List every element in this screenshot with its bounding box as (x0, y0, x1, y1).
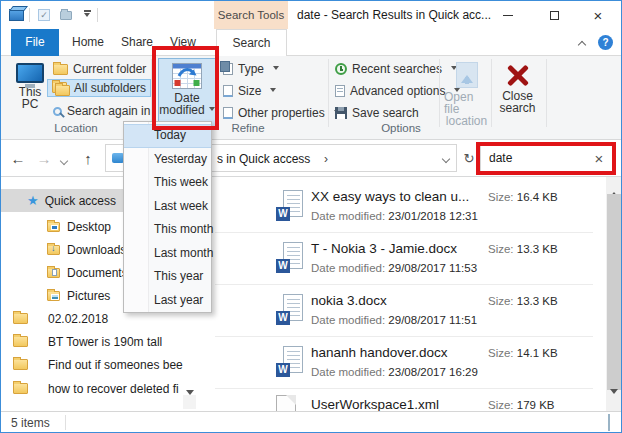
date-modified-button[interactable]: Date modified (158, 58, 216, 130)
quick-access-star-icon (27, 194, 39, 207)
search-again-button[interactable]: Search again in (53, 102, 165, 120)
refresh-icon[interactable]: ↻ (459, 144, 479, 172)
close-button[interactable]: × (575, 1, 621, 29)
chevron-down-icon (84, 10, 91, 20)
type-filter-button[interactable]: Type (223, 60, 279, 78)
sidebar-item-folder[interactable]: BT Tower is 190m tall (1, 330, 197, 353)
scrollbar-thumb[interactable] (607, 194, 621, 390)
word-document-icon (276, 242, 303, 273)
open-file-location-icon (456, 62, 478, 88)
file-row[interactable]: nokia 3.docx Size: 13.3 KB Date modified… (201, 285, 601, 337)
close-search-button[interactable]: Close search (494, 58, 541, 130)
file-row[interactable]: T - Nokia 3 - Jamie.docx Size: 13.3 KB D… (201, 233, 601, 285)
separator (29, 8, 30, 22)
this-pc-button[interactable]: This PC (9, 58, 51, 130)
status-bar: 5 items (1, 411, 621, 432)
up-button[interactable]: ↑ (77, 146, 99, 170)
breadcrumb-chevron[interactable]: › (324, 152, 328, 166)
other-properties-button[interactable]: Other properties (223, 104, 340, 122)
separator (151, 59, 152, 127)
search-box[interactable]: × (480, 144, 613, 172)
file-list: XX easy ways to clean u... Size: 16.4 KB… (201, 177, 606, 411)
computer-icon (16, 63, 44, 83)
file-row[interactable]: XX easy ways to clean u... Size: 16.4 KB… (201, 181, 601, 233)
size-filter-button[interactable]: Size (223, 82, 276, 100)
menu-item-yesterday[interactable]: Yesterday (124, 148, 211, 172)
documents-folder-icon (47, 268, 60, 278)
breadcrumb-text[interactable]: s in Quick access (217, 152, 310, 166)
address-dropdown-icon[interactable] (442, 155, 450, 163)
maximize-button[interactable] (531, 1, 577, 29)
file-row[interactable]: hananh handover.docx Size: 14.1 KB Date … (201, 337, 601, 389)
collapse-ribbon-icon[interactable] (572, 34, 592, 52)
search-icon (53, 107, 62, 116)
menu-item-this-year[interactable]: This year (124, 265, 211, 289)
word-document-icon (276, 346, 303, 377)
explorer-app-icon (9, 9, 24, 21)
contextual-tab-header[interactable]: Search Tools (214, 1, 288, 29)
close-icon: × (594, 8, 603, 23)
downloads-folder-icon (47, 245, 60, 255)
tab-share[interactable]: Share (115, 29, 159, 56)
folder-icon (13, 359, 28, 370)
tab-view[interactable]: View (161, 29, 205, 56)
separator (439, 59, 440, 127)
scrollbar[interactable] (606, 177, 622, 411)
separator (328, 59, 329, 127)
pictures-folder-icon (47, 291, 60, 301)
folder-icon (53, 64, 68, 75)
main-content: Quick access Desktop Downloads Documents… (1, 177, 621, 411)
tab-search[interactable]: Search (216, 29, 287, 57)
file-icon (223, 85, 233, 97)
clear-search-icon[interactable]: × (590, 148, 608, 168)
help-icon[interactable] (598, 35, 613, 50)
advanced-options-button[interactable]: Advanced options (335, 82, 460, 100)
subfolders-icon (52, 82, 69, 95)
tab-home[interactable]: Home (63, 29, 113, 56)
checkmark-icon (38, 9, 50, 21)
separator (97, 8, 98, 22)
menu-item-last-week[interactable]: Last week (124, 195, 211, 219)
scroll-down-icon[interactable] (606, 394, 622, 409)
minimize-button[interactable] (485, 1, 531, 29)
sidebar-item-folder[interactable]: how to recover deleted fi (1, 377, 197, 400)
qat-customize-button[interactable] (77, 6, 97, 24)
menu-item-last-month[interactable]: Last month (124, 242, 211, 266)
tab-file[interactable]: File (11, 29, 59, 56)
menu-item-today[interactable]: Today (124, 124, 211, 148)
forward-button[interactable]: → (33, 146, 55, 170)
ribbon-tab-row: File Home Share View Search (1, 29, 621, 56)
file-icon (223, 107, 233, 119)
type-icon (223, 63, 233, 75)
back-button[interactable]: ← (7, 146, 29, 170)
file-row[interactable]: UserWorkspace1.xml Size: 179 KB (201, 389, 601, 411)
calendar-icon (172, 63, 202, 89)
menu-item-this-month[interactable]: This month (124, 218, 211, 242)
details-view-button[interactable] (578, 414, 598, 431)
recent-locations-icon[interactable] (57, 146, 71, 170)
window-title: date - Search Results in Quick acc... (297, 8, 491, 22)
sidebar-item-folder[interactable]: Find out if someones bee (1, 353, 197, 376)
save-icon (335, 107, 347, 119)
scroll-up-icon[interactable] (606, 177, 622, 192)
folder-icon (60, 11, 72, 20)
all-subfolders-button[interactable]: All subfolders (47, 79, 151, 97)
address-bar-row: ← → ↑ s in Quick access › ↻ × (1, 140, 621, 177)
thumbnails-view-button[interactable] (599, 414, 619, 431)
search-input[interactable] (489, 149, 584, 167)
close-search-icon (505, 63, 531, 87)
folder-icon (13, 336, 28, 347)
sidebar-scroll-down-icon[interactable] (183, 395, 196, 409)
menu-item-this-week[interactable]: This week (124, 171, 211, 195)
current-folder-button[interactable]: Current folder (53, 60, 146, 78)
desktop-folder-icon (47, 222, 60, 232)
save-search-button[interactable]: Save search (335, 104, 419, 122)
qat-new-folder-button[interactable] (56, 6, 76, 24)
group-label-options: Options (361, 122, 441, 134)
qat-properties-button[interactable] (34, 6, 54, 24)
maximize-icon (550, 11, 559, 20)
folder-icon (13, 313, 28, 324)
menu-item-last-year[interactable]: Last year (124, 289, 211, 313)
folder-icon (13, 383, 28, 394)
thumbnails-view-icon (608, 414, 610, 431)
